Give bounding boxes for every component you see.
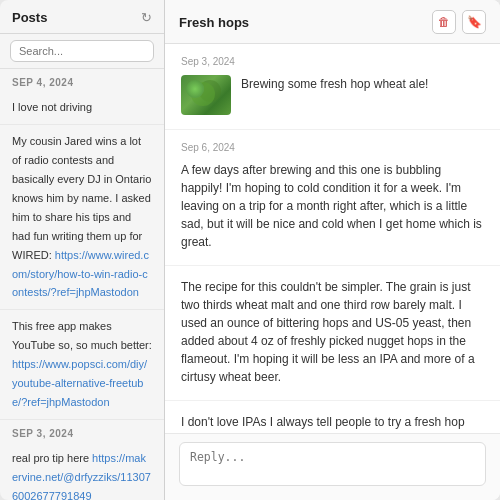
message-text: Brewing some fresh hop wheat ale! [241,75,484,93]
message-content: Brewing some fresh hop wheat ale! [181,75,484,115]
post-text: real pro tip here https://makervine.net/… [12,452,151,500]
post-body: This free app makes YouTube so, so much … [12,320,152,351]
search-input[interactable] [10,40,154,62]
post-body: real pro tip here [12,452,92,464]
right-panel-title: Fresh hops [179,15,249,30]
message-text: A few days after brewing and this one is… [181,161,484,251]
post-link[interactable]: https://www.popsci.com/diy/youtube-alter… [12,358,147,408]
left-panel: Posts ↻ SEP 4, 2024 I love not driving M… [0,0,165,500]
list-item[interactable]: This free app makes YouTube so, so much … [0,310,164,420]
date-sep4: SEP 4, 2024 [0,69,164,91]
right-panel: Fresh hops 🗑 🔖 Sep 3, 2024 Brewing some … [165,0,500,500]
message-item: Sep 3, 2024 Brewing some fresh hop wheat… [165,44,500,130]
hop-image [181,75,231,115]
message-item: Sep 6, 2024 A few days after brewing and… [165,130,500,266]
list-item[interactable]: real pro tip here https://makervine.net/… [0,442,164,500]
message-text: The recipe for this couldn't be simpler.… [181,278,484,386]
reply-box [165,433,500,500]
message-item: The recipe for this couldn't be simpler.… [165,266,500,401]
posts-list: SEP 4, 2024 I love not driving My cousin… [0,69,164,500]
right-content: Sep 3, 2024 Brewing some fresh hop wheat… [165,44,500,433]
right-header: Fresh hops 🗑 🔖 [165,0,500,44]
list-item[interactable]: My cousin Jared wins a lot of radio cont… [0,125,164,310]
left-header: Posts ↻ [0,0,164,34]
message-date: Sep 3, 2024 [181,56,484,67]
list-item[interactable]: I love not driving [0,91,164,125]
search-bar-container [0,34,164,69]
message-text: I don't love IPAs I always tell people t… [181,413,484,433]
header-actions: 🗑 🔖 [432,10,486,34]
bookmark-button[interactable]: 🔖 [462,10,486,34]
post-text: My cousin Jared wins a lot of radio cont… [12,135,151,299]
message-item: I don't love IPAs I always tell people t… [165,401,500,433]
post-body: My cousin Jared wins a lot of radio cont… [12,135,151,261]
delete-button[interactable]: 🗑 [432,10,456,34]
date-sep3: SEP 3, 2024 [0,420,164,442]
post-text: I love not driving [12,101,92,113]
message-date: Sep 6, 2024 [181,142,484,153]
refresh-icon[interactable]: ↻ [141,10,152,25]
reply-input[interactable] [179,442,486,486]
post-text: This free app makes YouTube so, so much … [12,320,152,408]
left-panel-title: Posts [12,10,47,25]
